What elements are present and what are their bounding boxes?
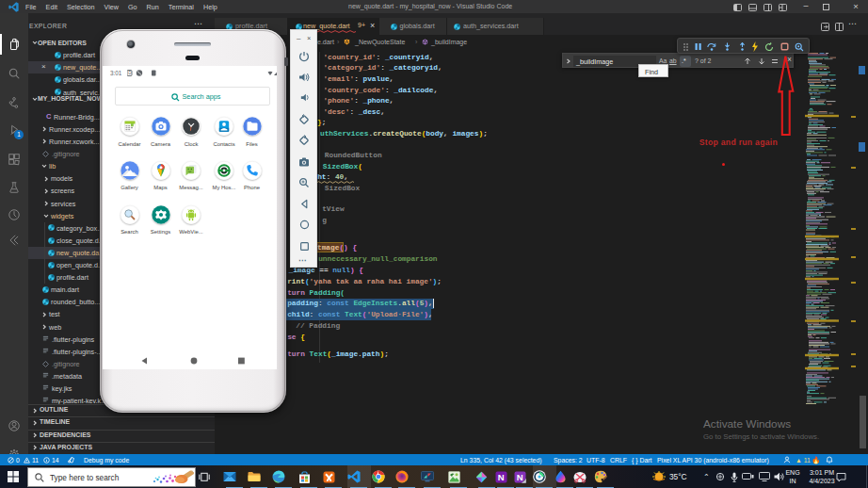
svg-text:N: N	[497, 472, 504, 482]
svg-text:N: N	[516, 472, 522, 482]
